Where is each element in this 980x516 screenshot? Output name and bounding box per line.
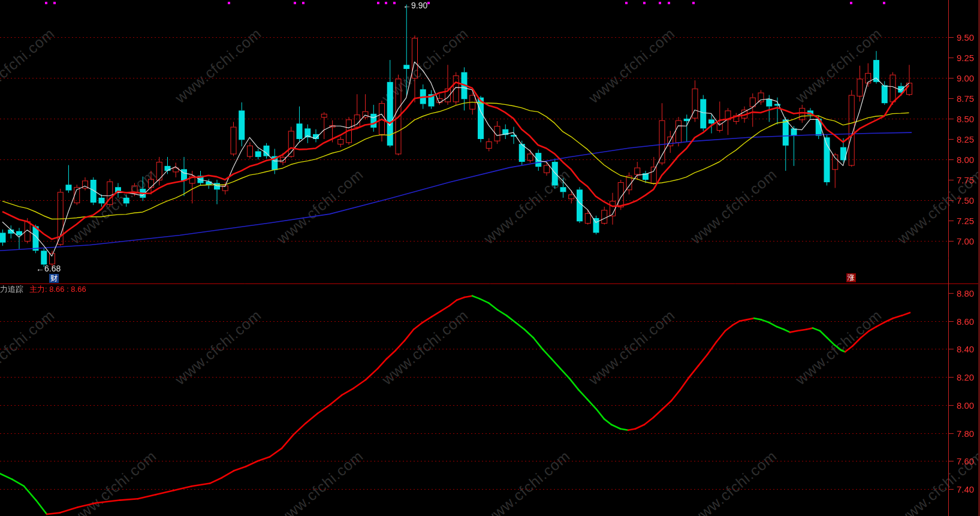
y-axis-label: 9.25 xyxy=(957,53,980,63)
y-axis-label: 8.60 xyxy=(957,316,980,327)
y-axis-label: 9.50 xyxy=(957,32,980,43)
cai-marker-badge: 财 xyxy=(49,274,59,283)
zhang-marker-badge: 涨 xyxy=(846,273,856,282)
indicator-header: 主力追踪主力: 8.66 : 8.66 xyxy=(0,284,86,295)
y-axis-label: 8.25 xyxy=(957,134,980,144)
price-low-annotation: ←6.68 xyxy=(36,264,61,273)
y-axis-label: 7.00 xyxy=(957,236,980,246)
price-high-annotation: ←9.90 xyxy=(403,1,427,10)
y-axis-label: 8.20 xyxy=(957,372,980,382)
candlestick-panel[interactable] xyxy=(0,0,948,283)
y-axis-label: 8.00 xyxy=(957,400,980,411)
y-axis-label: 8.75 xyxy=(957,93,980,104)
y-axis-label: 7.80 xyxy=(957,429,980,439)
stock-app-screen: { "watermark": { "text": "www.cfchi.com"… xyxy=(0,0,980,516)
y-axis-label: 7.50 xyxy=(957,195,980,206)
y-axis-label: 7.60 xyxy=(957,456,980,466)
indicator-name-label[interactable]: 主力追踪 xyxy=(0,284,23,295)
y-axis-label: 7.25 xyxy=(957,216,980,226)
y-axis-label: 9.00 xyxy=(957,73,980,83)
y-axis-label: 7.75 xyxy=(957,175,980,185)
indicator-panel[interactable] xyxy=(0,284,948,516)
y-axis-label: 8.80 xyxy=(957,288,980,298)
y-axis-label: 8.00 xyxy=(957,155,980,165)
y-axis-label: 7.40 xyxy=(957,484,980,494)
y-axis-label: 8.50 xyxy=(957,114,980,124)
y-axis-label: 8.40 xyxy=(957,344,980,354)
indicator-value-label: 主力: 8.66 : 8.66 xyxy=(29,284,86,295)
